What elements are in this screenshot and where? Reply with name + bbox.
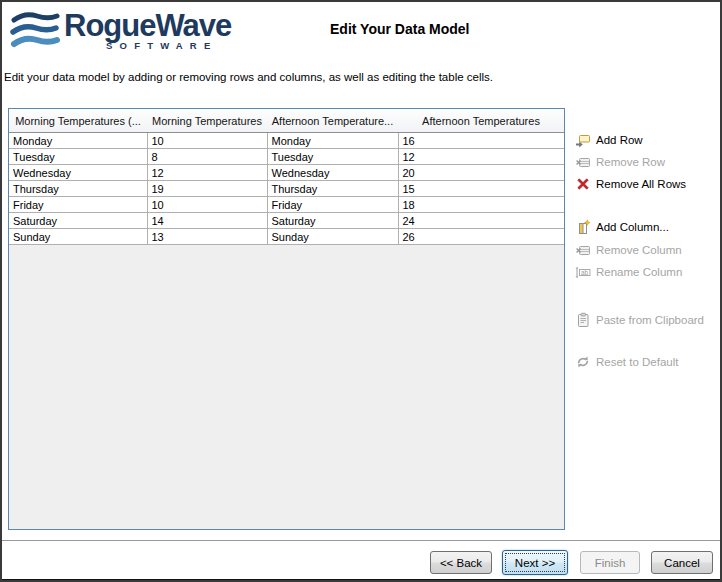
table-cell[interactable]: Monday bbox=[9, 133, 147, 149]
table-cell[interactable]: 10 bbox=[147, 197, 267, 213]
action-label: Reset to Default bbox=[596, 356, 678, 368]
action-label: Remove Row bbox=[596, 156, 665, 168]
table-cell[interactable]: Sunday bbox=[9, 229, 147, 245]
table-cell[interactable]: 16 bbox=[398, 133, 564, 149]
table-cell[interactable]: Friday bbox=[9, 197, 147, 213]
remove-all-rows-button[interactable]: Remove All Rows bbox=[575, 175, 686, 193]
table-cell[interactable]: Wednesday bbox=[9, 165, 147, 181]
svg-text:ab: ab bbox=[581, 269, 589, 276]
table-viewport: Morning Temperatures (...Morning Tempera… bbox=[8, 108, 565, 530]
remove-column-icon bbox=[575, 242, 591, 258]
action-label: Rename Column bbox=[596, 266, 682, 278]
table-row: Sunday13Sunday26 bbox=[9, 229, 564, 245]
table-row: Monday10Monday16 bbox=[9, 133, 564, 149]
action-label: Add Row bbox=[596, 134, 643, 146]
remove-row-icon bbox=[575, 154, 591, 170]
table-cell[interactable]: Monday bbox=[267, 133, 398, 149]
reset-to-default-button[interactable]: Reset to Default bbox=[575, 353, 678, 371]
column-header[interactable]: Morning Temperatures (... bbox=[9, 109, 147, 133]
table-row: Saturday14Saturday24 bbox=[9, 213, 564, 229]
table-cell[interactable]: Tuesday bbox=[9, 149, 147, 165]
software-text: SOFTWARE bbox=[106, 40, 231, 51]
remove-all-rows-icon bbox=[575, 176, 591, 192]
rename-column-button[interactable]: abRename Column bbox=[575, 263, 682, 281]
cancel-button[interactable]: Cancel bbox=[651, 551, 713, 574]
back-button[interactable]: << Back bbox=[430, 551, 492, 574]
page-title: Edit Your Data Model bbox=[330, 21, 470, 37]
table-cell[interactable]: 26 bbox=[398, 229, 564, 245]
table-cell[interactable]: Thursday bbox=[9, 181, 147, 197]
wizard-description: Edit your data model by adding or removi… bbox=[4, 71, 493, 83]
remove-row-button[interactable]: Remove Row bbox=[575, 153, 665, 171]
add-row-button[interactable]: Add Row bbox=[575, 131, 643, 149]
paste-from-clipboard-button[interactable]: Paste from Clipboard bbox=[575, 311, 704, 329]
table-cell[interactable]: 24 bbox=[398, 213, 564, 229]
column-header[interactable]: Afternoon Temperature... bbox=[267, 109, 398, 133]
column-header[interactable]: Afternoon Temperatures bbox=[398, 109, 564, 133]
table-cell[interactable]: 13 bbox=[147, 229, 267, 245]
table-cell[interactable]: Tuesday bbox=[267, 149, 398, 165]
action-label: Add Column... bbox=[596, 221, 669, 233]
wizard-window: RogueWave SOFTWARE Edit Your Data Model … bbox=[0, 0, 722, 582]
table-row: Tuesday8Tuesday12 bbox=[9, 149, 564, 165]
action-label: Paste from Clipboard bbox=[596, 314, 704, 326]
table-cell[interactable]: 8 bbox=[147, 149, 267, 165]
reset-icon bbox=[575, 354, 591, 370]
finish-button[interactable]: Finish bbox=[580, 551, 640, 574]
table-header-row: Morning Temperatures (...Morning Tempera… bbox=[9, 109, 564, 133]
table-cell[interactable]: Saturday bbox=[9, 213, 147, 229]
table-cell[interactable]: 14 bbox=[147, 213, 267, 229]
add-column-button[interactable]: Add Column... bbox=[575, 218, 669, 236]
data-table: Morning Temperatures (...Morning Tempera… bbox=[9, 109, 564, 245]
table-cell[interactable]: 15 bbox=[398, 181, 564, 197]
rename-column-icon: ab bbox=[575, 264, 591, 280]
column-header[interactable]: Morning Temperatures bbox=[147, 109, 267, 133]
add-row-icon bbox=[575, 132, 591, 148]
table-cell[interactable]: 20 bbox=[398, 165, 564, 181]
remove-column-button[interactable]: Remove Column bbox=[575, 241, 682, 259]
brand-text: RogueWave bbox=[64, 9, 231, 43]
add-column-icon bbox=[575, 219, 591, 235]
action-label: Remove All Rows bbox=[596, 178, 686, 190]
footer-divider bbox=[2, 540, 720, 541]
table-cell[interactable]: 12 bbox=[147, 165, 267, 181]
table-row: Thursday19Thursday15 bbox=[9, 181, 564, 197]
table-cell[interactable]: Thursday bbox=[267, 181, 398, 197]
wave-icon bbox=[10, 11, 60, 57]
table-cell[interactable]: 12 bbox=[398, 149, 564, 165]
table-cell[interactable]: Sunday bbox=[267, 229, 398, 245]
action-label: Remove Column bbox=[596, 244, 682, 256]
table-cell[interactable]: Wednesday bbox=[267, 165, 398, 181]
rogue-wave-logo: RogueWave SOFTWARE bbox=[10, 9, 231, 57]
table-cell[interactable]: Friday bbox=[267, 197, 398, 213]
table-cell[interactable]: 10 bbox=[147, 133, 267, 149]
table-cell[interactable]: Saturday bbox=[267, 213, 398, 229]
next-button[interactable]: Next >> bbox=[502, 550, 568, 575]
table-row: Wednesday12Wednesday20 bbox=[9, 165, 564, 181]
table-cell[interactable]: 19 bbox=[147, 181, 267, 197]
table-cell[interactable]: 18 bbox=[398, 197, 564, 213]
paste-icon bbox=[575, 312, 591, 328]
table-row: Friday10Friday18 bbox=[9, 197, 564, 213]
